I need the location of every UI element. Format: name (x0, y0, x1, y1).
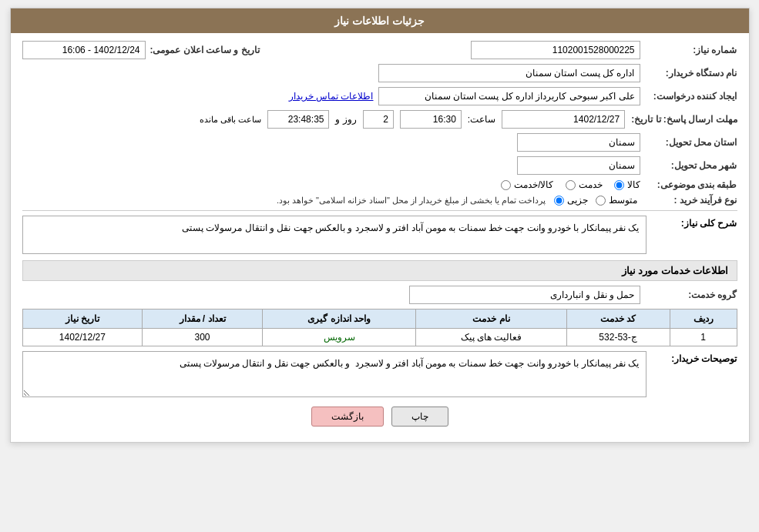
navoe-row: نوع فرآیند خرید : متوسط جزیی پرداخت تمام… (22, 195, 737, 206)
ijad-konande-label: ایجاد کننده درخواست: (645, 91, 737, 102)
grooh-khadamat-row: گروه خدمت: (22, 286, 737, 304)
back-button[interactable]: بازگشت (311, 407, 384, 427)
navoe-mottavaset-label: متوسط (609, 195, 637, 206)
content-area: شماره نیاز: تاریخ و ساعت اعلان عمومی: نا… (11, 33, 749, 442)
button-row: چاپ بازگشت (22, 407, 737, 427)
print-button[interactable]: چاپ (391, 407, 448, 427)
cell-name: فعالیت های پیک (416, 329, 566, 346)
mohlat-remain-input[interactable] (267, 110, 329, 129)
tabaqe-kala-radio[interactable] (614, 180, 624, 190)
tosif-khardar-label: توصیحات خریدار: (653, 351, 737, 364)
page-title: جزئیات اطلاعات نیاز (334, 15, 425, 27)
tabaqe-khadamat-radio[interactable] (566, 180, 576, 190)
table-body: 1 ج-53-532 فعالیت های پیک سرویس 300 1402… (22, 329, 737, 346)
navoe-label: نوع فرآیند خرید : (645, 195, 737, 206)
tosif-khardar-textarea[interactable]: یک نفر پیمانکار با خودرو وانت جهت خط سمن… (22, 351, 646, 397)
grooh-khadamat-input[interactable] (409, 286, 640, 304)
tarikh-aalan-input[interactable] (22, 41, 146, 59)
navoe-desc: پرداخت تمام یا بخشی از مبلغ خریدار از مح… (277, 196, 546, 206)
shahr-label: شهر محل تحویل: (645, 160, 737, 171)
ijad-konande-input[interactable] (378, 87, 640, 105)
col-vahed: واحد اندازه گیری (262, 309, 415, 329)
tosif-khardar-row: توصیحات خریدار: یک نفر پیمانکار با خودرو… (22, 351, 737, 397)
grooh-khadamat-label: گروه خدمت: (645, 289, 737, 300)
table-header: ردیف کد خدمت نام خدمت واحد اندازه گیری ت… (22, 309, 737, 329)
shomare-niaz-label: شماره نیاز: (645, 45, 737, 55)
ijad-konande-row: ایجاد کننده درخواست: اطلاعات تماس خریدار (22, 87, 737, 105)
tabaqe-label: طبقه بندی موضوعی: (645, 179, 737, 190)
cell-kod: ج-53-532 (566, 329, 670, 346)
tabaqe-radio-group: کالا/خدمت خدمت کالا (501, 179, 640, 190)
sharh-niaz-label: شرح کلی نیاز: (653, 216, 737, 229)
sharh-niaz-content: یک نفر پیمانکار با خودرو وانت جهت خط سمن… (22, 216, 646, 254)
shomare-niaz-row: شماره نیاز: تاریخ و ساعت اعلان عمومی: (22, 41, 737, 59)
ettelaat-tamas-link[interactable]: اطلاعات تماس خریدار (289, 91, 374, 102)
table-row: 1 ج-53-532 فعالیت های پیک سرویس 300 1402… (22, 329, 737, 346)
sharh-niaz-row: شرح کلی نیاز: یک نفر پیمانکار با خودرو و… (22, 216, 737, 254)
tabaqe-kala-khadamat-radio[interactable] (501, 180, 511, 190)
navoe-jazee-label: جزیی (567, 195, 588, 206)
cell-tarikh: 1402/12/27 (22, 329, 143, 346)
tabaqe-kala-label: کالا (627, 179, 640, 190)
navoe-mottavaset-item: متوسط (596, 195, 637, 206)
col-tarikh: تاریخ نیاز (22, 309, 143, 329)
cell-vahed: سرویس (262, 329, 415, 346)
tabaqe-kala-item: کالا (614, 179, 640, 190)
mohlat-label: مهلت ارسال پاسخ: تا تاریخ: (631, 114, 737, 125)
tarikh-aalan-label: تاریخ و ساعت اعلان عمومی: (150, 45, 260, 55)
navoe-jazee-item: جزیی (554, 195, 588, 206)
mohlat-row: مهلت ارسال پاسخ: تا تاریخ: ساعت: روز و س… (22, 110, 737, 129)
ostan-input[interactable] (517, 133, 640, 152)
tabaqe-kala-khadamat-label: کالا/خدمت (514, 179, 553, 190)
shomare-niaz-input[interactable] (471, 41, 640, 59)
nam-dastgah-label: نام دستگاه خریدار: (645, 68, 737, 79)
col-radif: ردیف (670, 309, 737, 329)
ettelaat-khadamat-title: اطلاعات خدمات مورد نیاز (22, 260, 737, 281)
shahr-input[interactable] (517, 156, 640, 175)
tabaqe-row: طبقه بندی موضوعی: کالا/خدمت خدمت کالا (22, 179, 737, 190)
mohlat-remain-label: ساعت باقی مانده (200, 115, 261, 125)
col-name: نام خدمت (416, 309, 566, 329)
tabaqe-khadamat-label: خدمت (579, 179, 603, 190)
mohlat-date-input[interactable] (502, 110, 625, 129)
navoe-mottavaset-radio[interactable] (596, 196, 606, 206)
nam-dastgah-input[interactable] (378, 64, 640, 82)
tabaqe-kala-khadamat-item: کالا/خدمت (501, 179, 553, 190)
khadamat-table: ردیف کد خدمت نام خدمت واحد اندازه گیری ت… (22, 309, 737, 346)
nam-dastgah-row: نام دستگاه خریدار: (22, 64, 737, 82)
mohlat-rooz-label: روز و (335, 114, 356, 125)
col-kod: کد خدمت (566, 309, 670, 329)
cell-radif: 1 (670, 329, 737, 346)
mohlat-rooz-input[interactable] (363, 110, 394, 129)
page-header: جزئیات اطلاعات نیاز (11, 8, 749, 33)
navoe-jazee-radio[interactable] (554, 196, 564, 206)
shahr-row: شهر محل تحویل: (22, 156, 737, 175)
mohlat-time-input[interactable] (400, 110, 462, 129)
mohlat-time-label: ساعت: (468, 114, 495, 125)
cell-tedad: 300 (143, 329, 263, 346)
ostan-label: استان محل تحویل: (645, 137, 737, 148)
col-tedad: تعداد / مقدار (143, 309, 263, 329)
sharh-niaz-text: یک نفر پیمانکار با خودرو وانت جهت خط سمن… (182, 223, 639, 233)
main-container: جزئیات اطلاعات نیاز شماره نیاز: تاریخ و … (10, 8, 750, 443)
ostan-row: استان محل تحویل: (22, 133, 737, 152)
tabaqe-khadamat-item: خدمت (566, 179, 603, 190)
